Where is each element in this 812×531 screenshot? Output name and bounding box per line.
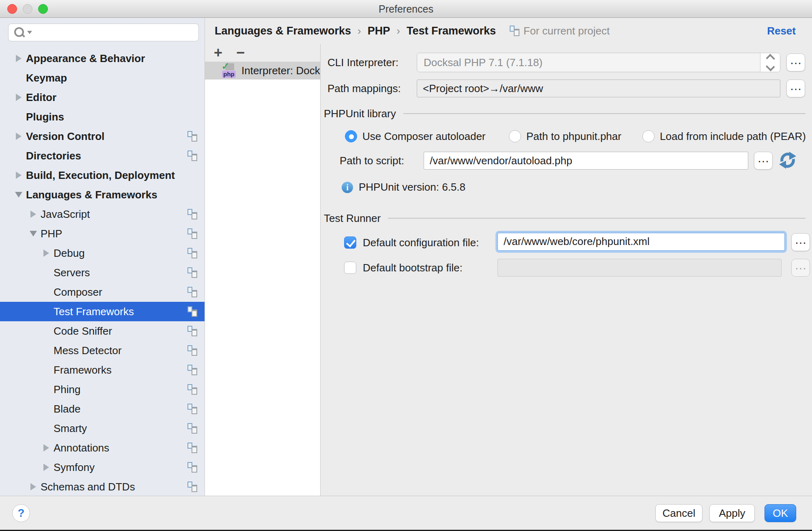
project-shared-icon (187, 326, 197, 336)
sidebar-item-version-control[interactable]: Version Control (0, 127, 205, 146)
breadcrumb-php[interactable]: PHP (368, 25, 390, 37)
sidebar-item-debug[interactable]: Debug (0, 243, 205, 263)
sidebar-item-editor[interactable]: Editor (0, 88, 205, 107)
chevron-right-icon[interactable] (11, 55, 26, 62)
default-bootstrap-input (498, 259, 782, 277)
breadcrumb-languages-frameworks[interactable]: Languages & Frameworks (215, 25, 351, 37)
breadcrumb-test-frameworks[interactable]: Test Frameworks (407, 25, 496, 37)
chevron-right-icon[interactable] (39, 464, 54, 471)
settings-sidebar: Appearance & BehaviorKeymapEditorPlugins… (0, 18, 205, 496)
project-shared-icon (187, 267, 197, 278)
project-shared-icon (187, 248, 197, 258)
sidebar-item-javascript[interactable]: JavaScript (0, 204, 205, 224)
radio-use-composer-autoloader[interactable]: Use Composer autoloader (345, 127, 486, 146)
scope-label: For current project (523, 25, 610, 37)
radio-button-icon[interactable] (509, 130, 521, 142)
default-configuration-checkbox[interactable] (344, 236, 356, 249)
chevron-right-icon[interactable] (26, 483, 41, 490)
sidebar-item-mess-detector[interactable]: Mess Detector (0, 341, 205, 360)
sidebar-item-test-frameworks[interactable]: Test Frameworks (0, 302, 205, 321)
sidebar-item-frameworks[interactable]: Frameworks (0, 360, 205, 380)
sidebar-item-smarty[interactable]: Smarty (0, 419, 205, 438)
radio-label: Path to phpunit.phar (526, 130, 621, 143)
project-shared-icon (187, 345, 197, 356)
remove-interpreter-button[interactable]: − (236, 45, 245, 61)
sidebar-item-plugins[interactable]: Plugins (0, 107, 205, 127)
cancel-button[interactable]: Cancel (655, 504, 702, 522)
settings-search-box[interactable] (8, 24, 199, 41)
window-title: Preferences (0, 0, 812, 18)
sidebar-item-label: Directories (26, 150, 187, 162)
path-to-script-browse-button[interactable]: … (754, 152, 773, 170)
cli-interpreter-select[interactable]: Docksal PHP 7.1 (7.1.18) (417, 53, 780, 72)
test-runner-section-label: Test Runner (324, 209, 381, 227)
radio-load-from-include-path[interactable]: Load from include path (PEAR) (642, 127, 806, 146)
path-mappings-browse-button[interactable]: … (786, 80, 805, 97)
chevron-down-icon[interactable] (11, 192, 26, 198)
sidebar-item-blade[interactable]: Blade (0, 399, 205, 419)
project-shared-icon (187, 209, 197, 219)
chevron-right-icon[interactable] (11, 172, 26, 179)
sidebar-item-label: Test Frameworks (54, 305, 187, 318)
chevron-down-icon (766, 62, 775, 71)
apply-button[interactable]: Apply (709, 504, 755, 522)
sidebar-item-appearance-behavior[interactable]: Appearance & Behavior (0, 49, 205, 68)
radio-label: Use Composer autoloader (362, 130, 486, 143)
project-shared-icon (187, 404, 197, 414)
search-input[interactable] (35, 26, 194, 39)
chevron-right-icon[interactable] (11, 133, 26, 140)
sidebar-item-languages-frameworks[interactable]: Languages & Frameworks (0, 185, 205, 204)
sidebar-item-label: Annotations (54, 442, 187, 454)
sidebar-item-label: Blade (54, 403, 187, 415)
search-options-chevron-icon[interactable] (27, 31, 32, 34)
sidebar-item-directories[interactable]: Directories (0, 146, 205, 166)
breadcrumb-header: Languages & Frameworks › PHP › Test Fram… (205, 18, 812, 44)
phpunit-version-row: i PHPUnit version: 6.5.8 (342, 181, 465, 193)
reset-link[interactable]: Reset (767, 25, 796, 37)
project-shared-icon (187, 306, 197, 317)
default-bootstrap-checkbox[interactable] (344, 262, 356, 274)
project-shared-icon (187, 287, 197, 297)
radio-button-icon[interactable] (345, 130, 357, 142)
sidebar-item-code-sniffer[interactable]: Code Sniffer (0, 321, 205, 341)
cli-interpreter-browse-button[interactable]: … (786, 54, 805, 71)
sidebar-item-annotations[interactable]: Annotations (0, 438, 205, 458)
path-to-script-input[interactable]: /var/www/vendor/autoload.php (424, 152, 748, 170)
interpreter-toolbar: + − (205, 44, 320, 62)
radio-label: Load from include path (PEAR) (660, 130, 806, 143)
sidebar-item-label: Composer (54, 286, 187, 299)
sidebar-item-symfony[interactable]: Symfony (0, 458, 205, 477)
help-button[interactable]: ? (12, 504, 30, 522)
chevron-right-icon[interactable] (11, 94, 26, 101)
add-interpreter-button[interactable]: + (214, 45, 222, 61)
cli-interpreter-value: Docksal PHP 7.1 (7.1.18) (417, 53, 760, 72)
sidebar-item-schemas-and-dtds[interactable]: Schemas and DTDs (0, 477, 205, 496)
sidebar-item-php[interactable]: PHP (0, 224, 205, 243)
refresh-icon[interactable] (778, 151, 797, 170)
preferences-window: Preferences Appearance & BehaviorKeymapE… (0, 0, 812, 531)
sidebar-item-phing[interactable]: Phing (0, 380, 205, 399)
sidebar-item-label: Editor (26, 91, 197, 104)
scope-indicator: For current project (510, 25, 610, 37)
combo-stepper[interactable] (760, 53, 780, 72)
default-configuration-browse-button[interactable]: … (791, 233, 810, 251)
project-shared-icon (187, 228, 197, 239)
chevron-down-icon[interactable] (26, 231, 41, 236)
ok-button[interactable]: OK (765, 504, 796, 522)
default-configuration-input[interactable]: /var/www/web/core/phpunit.xml (498, 233, 785, 251)
radio-path-to-phpunit-phar[interactable]: Path to phpunit.phar (509, 127, 621, 146)
chevron-right-icon[interactable] (26, 211, 41, 218)
chevron-right-icon[interactable] (39, 444, 54, 451)
path-to-script-label: Path to script: (340, 151, 404, 170)
chevron-right-icon[interactable] (39, 249, 54, 257)
path-mappings-field[interactable]: <Project root>→/var/www (417, 80, 780, 97)
sidebar-item-keymap[interactable]: Keymap (0, 68, 205, 88)
interpreter-list-item[interactable]: ✓ php Interpreter: Dock (205, 62, 320, 80)
sidebar-item-label: Mess Detector (54, 344, 187, 357)
default-configuration-label: Default configuration file: (363, 236, 479, 249)
sidebar-item-build-execution-deployment[interactable]: Build, Execution, Deployment (0, 166, 205, 185)
phpunit-library-section-label: PHPUnit library (324, 105, 396, 123)
sidebar-item-composer[interactable]: Composer (0, 282, 205, 302)
radio-button-icon[interactable] (642, 130, 655, 142)
sidebar-item-servers[interactable]: Servers (0, 263, 205, 282)
